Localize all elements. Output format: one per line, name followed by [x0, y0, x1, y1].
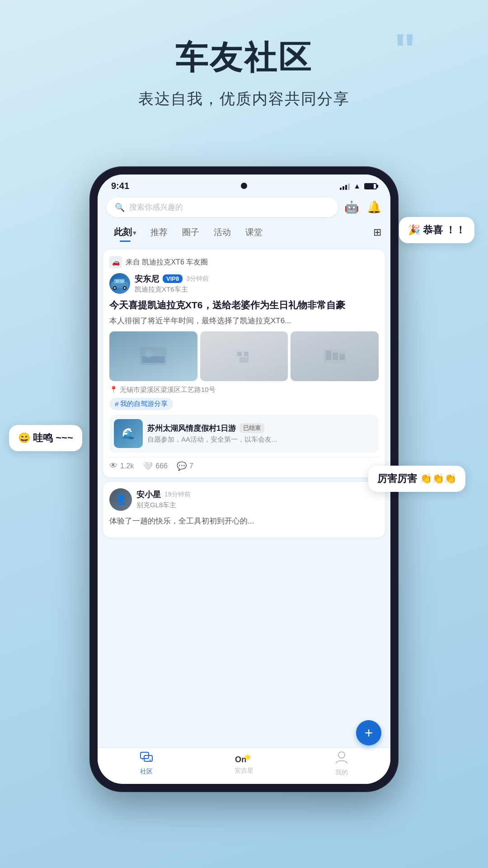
comment-icon: 💬	[177, 461, 187, 471]
phone-screen: 9:41 ▲ 🔍 搜索	[98, 175, 390, 784]
bubble-powerful: 厉害厉害 👏👏👏	[368, 466, 465, 492]
user-name-1: 安东尼	[135, 274, 159, 284]
hashtag-1[interactable]: # 我的自驾游分享	[109, 398, 173, 410]
signal-icon	[340, 183, 350, 190]
likes-count: 666	[155, 462, 168, 470]
top-section: " 车友社区 表达自我，优质内容共同分享	[0, 0, 488, 109]
phone-frame: 9:41 ▲ 🔍 搜索	[90, 167, 398, 791]
views-stat: 👁 1.2k	[109, 461, 134, 471]
grid-icon[interactable]: ⊞	[373, 226, 381, 238]
location-tag: 📍 无锡市梁溪区梁溪区工艺路10号	[109, 386, 379, 394]
svg-rect-13	[244, 352, 249, 356]
post-header-2: 👤 安小星 19分钟前 别克GL8车主	[109, 488, 379, 511]
svg-point-23	[338, 752, 345, 758]
user-car-1: 凯迪拉克XT6车主	[135, 285, 379, 294]
search-bar-row: 🔍 搜索你感兴趣的 🤖 🔔	[98, 195, 390, 220]
robot-icon[interactable]: 🤖	[344, 200, 359, 214]
profile-icon	[336, 751, 347, 767]
search-icon: 🔍	[115, 203, 125, 212]
avatar-1	[109, 273, 130, 294]
tab-recommend[interactable]: 推荐	[143, 223, 175, 242]
svg-rect-18	[339, 354, 345, 360]
nav-item-anjixing[interactable]: On 🌟 安吉星	[195, 753, 293, 775]
wifi-icon: ▲	[353, 182, 361, 190]
fab-button[interactable]: +	[356, 720, 381, 745]
eye-icon: 👁	[109, 461, 117, 471]
battery-icon	[364, 183, 377, 189]
post-body-1: 本人徘徊了将近半年时间，最终选择了凯迪拉克XT6...	[109, 315, 379, 327]
camera-notch	[241, 183, 247, 189]
status-time: 9:41	[111, 181, 129, 191]
from-text: 来自 凯迪拉克XT6 车友圈	[126, 258, 208, 267]
post-header: 安东尼 VIP8 3分钟前 凯迪拉克XT6车主	[109, 273, 379, 294]
svg-point-10	[145, 350, 152, 358]
activity-card[interactable]: 🌊 苏州太湖风情度假村1日游 已结束 自愿参加，AA活动，安全第一，以车会友..…	[109, 415, 379, 453]
post-time-2: 19分钟前	[164, 491, 191, 499]
post-image-3	[291, 331, 379, 381]
anjixing-logo: On 🌟	[235, 753, 253, 765]
tab-moment[interactable]: 此刻▾	[107, 222, 143, 242]
post-image-2	[200, 331, 288, 381]
community-icon	[140, 752, 153, 766]
activity-title: 苏州太湖风情度假村1日游 已结束	[147, 423, 374, 434]
activity-desc: 自愿参加，AA活动，安全第一，以车会友...	[147, 435, 374, 444]
vip-badge-1: VIP8	[163, 274, 183, 283]
nav-item-community[interactable]: 社区	[98, 752, 195, 776]
bubble-congrats: 🎉 恭喜 ！！	[399, 217, 474, 243]
hashtag-icon: #	[115, 400, 118, 408]
quote-decoration: "	[394, 27, 416, 72]
user-info-2: 安小星 19分钟前 别克GL8车主	[136, 489, 379, 509]
from-icon: 🚗	[109, 256, 122, 269]
svg-rect-9	[142, 356, 164, 363]
status-icons: ▲	[340, 182, 377, 190]
tab-circle[interactable]: 圈子	[175, 223, 206, 242]
tab-activity[interactable]: 活动	[206, 223, 238, 242]
views-count: 1.2k	[120, 462, 134, 470]
activity-thumb: 🌊	[114, 419, 143, 448]
post-card-2: 👤 安小星 19分钟前 别克GL8车主 体验了一趟的快乐，全工具初初到开心的..…	[103, 482, 385, 538]
search-bar[interactable]: 🔍 搜索你感兴趣的	[107, 198, 338, 217]
location-icon: 📍	[109, 386, 118, 394]
from-label: 🚗 来自 凯迪拉克XT6 车友圈	[109, 256, 379, 269]
content-area: 🚗 来自 凯迪拉克XT6 车友圈	[98, 245, 390, 542]
community-label: 社区	[140, 768, 153, 776]
svg-rect-14	[239, 357, 249, 363]
bubble-wahming: 😄 哇鸣 ~~~	[9, 425, 82, 451]
avatar-2: 👤	[109, 488, 132, 511]
post-images-1	[109, 331, 379, 381]
likes-stat[interactable]: 🤍 666	[143, 461, 168, 471]
post-body-2: 体验了一趟的快乐，全工具初初到开心的...	[109, 515, 379, 527]
svg-rect-17	[333, 353, 338, 360]
svg-point-5	[124, 287, 126, 289]
heart-icon: 🤍	[143, 461, 153, 471]
svg-rect-6	[116, 280, 119, 283]
svg-rect-7	[120, 280, 124, 283]
nav-tabs: 此刻▾ 推荐 圈子 活动 课堂 ⊞	[98, 220, 390, 245]
comments-stat[interactable]: 💬 7	[177, 461, 193, 471]
profile-label: 我的	[335, 769, 348, 777]
activity-status: 已结束	[239, 423, 264, 433]
post-title-1: 今天喜提凯迪拉克XT6，送给老婆作为生日礼物非常自豪	[109, 298, 379, 311]
user-car-2: 别克GL8车主	[136, 501, 379, 509]
user-name-2: 安小星	[136, 489, 161, 500]
tab-classroom[interactable]: 课堂	[238, 223, 270, 242]
app-subtitle: 表达自我，优质内容共同分享	[0, 89, 488, 109]
anjixing-label: 安吉星	[235, 767, 253, 775]
user-info-1: 安东尼 VIP8 3分钟前 凯迪拉克XT6车主	[135, 274, 379, 294]
svg-rect-12	[237, 352, 242, 356]
post-time-1: 3分钟前	[186, 275, 209, 283]
post-card-1: 🚗 来自 凯迪拉克XT6 车友圈	[103, 250, 385, 477]
svg-text:🌟: 🌟	[244, 754, 251, 761]
search-placeholder: 搜索你感兴趣的	[129, 202, 183, 212]
bell-icon[interactable]: 🔔	[367, 200, 381, 214]
svg-point-3	[114, 287, 116, 289]
bottom-nav: 社区 On 🌟 安吉星	[98, 748, 390, 784]
header-icons: 🤖 🔔	[344, 200, 381, 214]
svg-rect-16	[326, 351, 331, 360]
stats-row-1: 👁 1.2k 🤍 666 💬 7	[109, 457, 379, 471]
comments-count: 7	[189, 462, 193, 470]
post-image-1	[109, 331, 197, 381]
nav-item-profile[interactable]: 我的	[293, 751, 390, 777]
hashtag-row: # 我的自驾游分享	[109, 398, 379, 410]
phone-wrapper: 9:41 ▲ 🔍 搜索	[90, 167, 398, 791]
